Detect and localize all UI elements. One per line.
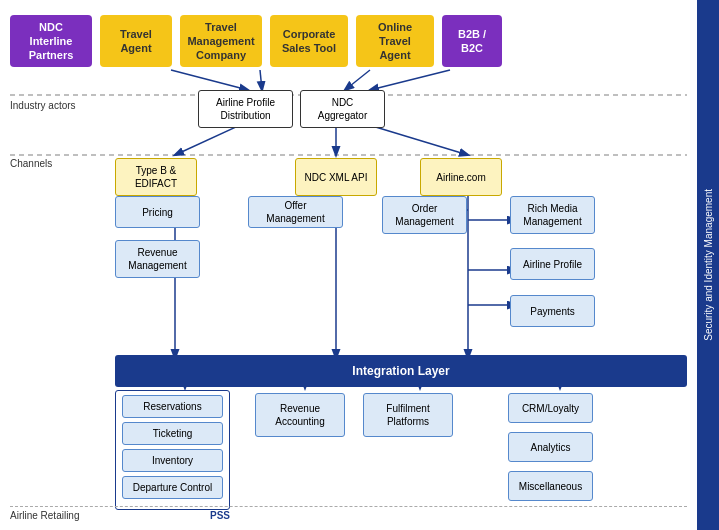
ndc-xml-label: NDC XML API [305, 171, 368, 184]
miscellaneous-box: Miscellaneous [508, 471, 593, 501]
security-sidebar: Security and Identity Management [697, 0, 719, 530]
analytics-box: Analytics [508, 432, 593, 462]
travel-mgmt-label: Travel Management Company [187, 20, 254, 63]
revenue-mgmt-label: Revenue Management [124, 246, 191, 272]
pss-label: PSS [210, 510, 230, 521]
travel-agent-box: Travel Agent [100, 15, 172, 67]
fulfilment-box: Fulfilment Platforms [363, 393, 453, 437]
crm-loyalty-label: CRM/Loyalty [522, 402, 579, 415]
industry-actors-label: Industry actors [10, 100, 76, 111]
airline-profile-svc-label: Airline Profile [523, 258, 582, 271]
offer-mgmt-label: Offer Management [257, 199, 334, 225]
svg-line-3 [260, 70, 262, 90]
svg-line-5 [370, 70, 450, 90]
ndc-xml-channel-box: NDC XML API [295, 158, 377, 196]
rich-media-label: Rich Media Management [519, 202, 586, 228]
rich-media-box: Rich Media Management [510, 196, 595, 234]
pricing-label: Pricing [142, 206, 173, 219]
airline-profile-svc-box: Airline Profile [510, 248, 595, 280]
integration-layer-label: Integration Layer [352, 364, 449, 378]
b2b-b2c-box: B2B / B2C [442, 15, 502, 67]
inventory-label: Inventory [152, 455, 193, 466]
type-b-channel-box: Type B & EDIFACT [115, 158, 197, 196]
ndc-aggregator-box: NDC Aggregator [300, 90, 385, 128]
revenue-mgmt-box: Revenue Management [115, 240, 200, 278]
channels-label: Channels [10, 158, 52, 169]
online-travel-label: Online Travel Agent [364, 20, 426, 63]
airline-com-label: Airline.com [436, 171, 485, 184]
reservations-label: Reservations [143, 401, 201, 412]
miscellaneous-label: Miscellaneous [519, 480, 582, 493]
departure-control-label: Departure Control [133, 482, 212, 493]
airline-com-channel-box: Airline.com [420, 158, 502, 196]
fulfilment-label: Fulfilment Platforms [372, 402, 444, 428]
travel-mgmt-box: Travel Management Company [180, 15, 262, 67]
corporate-sales-label: Corporate Sales Tool [278, 27, 340, 56]
online-travel-box: Online Travel Agent [356, 15, 434, 67]
pricing-box: Pricing [115, 196, 200, 228]
ticketing-label: Ticketing [153, 428, 193, 439]
analytics-label: Analytics [530, 441, 570, 454]
ticketing-box: Ticketing [122, 422, 223, 445]
payments-label: Payments [530, 305, 574, 318]
integration-layer: Integration Layer [115, 355, 687, 387]
payments-box: Payments [510, 295, 595, 327]
ndc-interline-box: NDC Interline Partners [10, 15, 92, 67]
reservations-group: Reservations Ticketing Inventory Departu… [115, 390, 230, 510]
offer-mgmt-box: Offer Management [248, 196, 343, 228]
b2b-b2c-label: B2B / B2C [450, 27, 494, 56]
revenue-accounting-label: Revenue Accounting [264, 402, 336, 428]
inventory-box: Inventory [122, 449, 223, 472]
type-b-label: Type B & EDIFACT [124, 164, 188, 190]
svg-line-2 [171, 70, 248, 90]
reservations-box: Reservations [122, 395, 223, 418]
security-label: Security and Identity Management [703, 189, 714, 341]
airline-profile-dist-label: Airline Profile Distribution [207, 96, 284, 122]
airline-retailing-label: Airline Retailing [10, 510, 79, 521]
departure-control-box: Departure Control [122, 476, 223, 499]
travel-agent-label: Travel Agent [108, 27, 164, 56]
ndc-interline-label: NDC Interline Partners [18, 20, 84, 63]
main-area: NDC Interline Partners Travel Agent Trav… [0, 0, 697, 530]
order-mgmt-box: Order Management [382, 196, 467, 234]
revenue-accounting-box: Revenue Accounting [255, 393, 345, 437]
ndc-aggregator-label: NDC Aggregator [309, 96, 376, 122]
crm-loyalty-box: CRM/Loyalty [508, 393, 593, 423]
diagram-container: Security and Identity Management [0, 0, 719, 530]
corporate-sales-box: Corporate Sales Tool [270, 15, 348, 67]
svg-line-4 [345, 70, 370, 90]
airline-profile-dist-box: Airline Profile Distribution [198, 90, 293, 128]
order-mgmt-label: Order Management [391, 202, 458, 228]
